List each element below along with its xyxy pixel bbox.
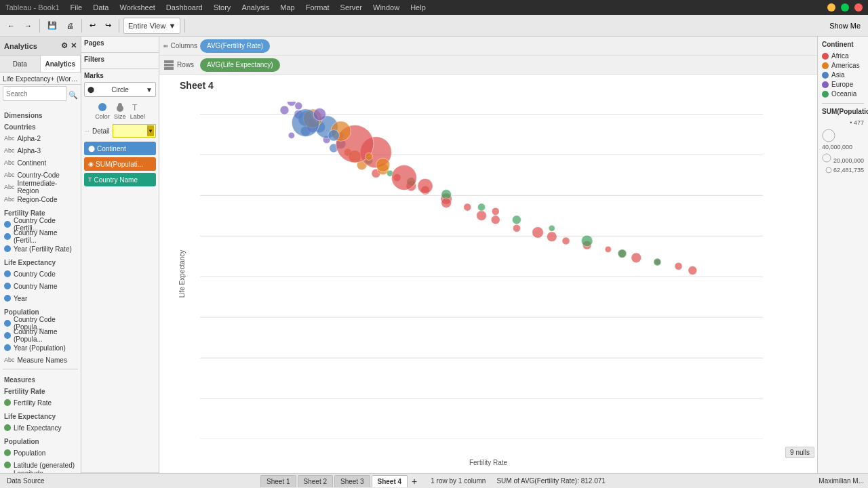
menu-dashboard[interactable]: Dashboard [166, 3, 203, 12]
save-button[interactable]: 💾 [44, 18, 60, 34]
menu-data[interactable]: Data [93, 3, 108, 12]
sheet1-tab[interactable]: Sheet 1 [260, 475, 296, 487]
add-sheet-btn[interactable]: + [409, 475, 420, 487]
svg-point-93 [391, 165, 416, 190]
back-button[interactable]: ← [4, 18, 18, 34]
marks-section: Marks ⬤ Circle ▼ Color Size T [81, 69, 159, 473]
menu-server[interactable]: Server [340, 3, 362, 12]
measure-life-expectancy[interactable]: Life Expectancy [3, 422, 78, 434]
menu-analysis[interactable]: Analysis [241, 3, 269, 12]
continent-pill-icon: ⬤ [88, 145, 95, 152]
menu-help[interactable]: Help [410, 3, 426, 12]
marks-size-btn[interactable]: Size [114, 101, 126, 120]
panel-content: Dimensions Countries AbcAlpha-2 AbcAlpha… [0, 105, 81, 473]
legend-americas: Americas [822, 62, 864, 69]
data-source-label: Life Expectancy+ (World ... [0, 73, 81, 85]
measure-fertility-rate[interactable]: Fertility Rate [3, 396, 78, 409]
dimensions-header: Dimensions [3, 112, 78, 119]
svg-point-58 [280, 106, 289, 115]
field-measure-names[interactable]: AbcMeasure Names [3, 354, 78, 366]
print-button[interactable]: 🖨 [63, 18, 77, 34]
svg-point-103 [287, 102, 296, 106]
marks-icons-row: Color Size T Label [84, 101, 156, 120]
field-intermediate-region[interactable]: AbcIntermediate-Region [3, 181, 78, 193]
data-source-tab[interactable]: Data Source [4, 477, 47, 485]
svg-rect-4 [163, 45, 165, 47]
menu-file[interactable]: File [71, 3, 83, 12]
rows-shelf: Rows AVG(Life Expectancy) [159, 56, 817, 75]
field-region-code[interactable]: AbcRegion-Code [3, 193, 78, 205]
field-country-name-fert[interactable]: Country Name (Fertil... [3, 230, 78, 243]
columns-icon: Columns [163, 41, 197, 52]
marks-pill-continent[interactable]: ⬤ Continent [84, 142, 156, 155]
menu-worksheet[interactable]: Worksheet [119, 3, 155, 12]
svg-point-67 [464, 203, 471, 211]
panel-settings-icon[interactable]: ⚙ [61, 41, 68, 50]
svg-point-2 [118, 103, 122, 107]
maximize-button[interactable] [841, 3, 849, 12]
africa-dot [822, 53, 829, 60]
field-year-pop[interactable]: Year (Population) [3, 342, 78, 354]
measures-header: Measures [3, 376, 78, 384]
legend-oceania: Oceania [822, 90, 864, 98]
search-input[interactable] [3, 86, 67, 101]
panel-tabs: Data Analytics [0, 56, 81, 73]
rows-icon: Rows [163, 60, 197, 70]
svg-point-86 [512, 216, 521, 224]
close-button[interactable] [854, 3, 863, 12]
field-alpha2[interactable]: AbcAlpha-2 [3, 132, 78, 144]
redo-button[interactable]: ↪ [102, 18, 115, 34]
menu-format[interactable]: Format [306, 3, 330, 12]
menu-story[interactable]: Story [214, 3, 231, 12]
marks-type-dropdown[interactable]: ⬤ Circle ▼ [84, 82, 156, 97]
field-alpha3[interactable]: AbcAlpha-3 [3, 144, 78, 157]
toolbar: ← → 💾 🖨 ↩ ↪ Entire View ▼ Show Me [0, 15, 868, 37]
sheet4-tab[interactable]: Sheet 4 [372, 475, 408, 487]
svg-point-108 [826, 167, 831, 173]
show-me-button[interactable]: Show Me [826, 18, 864, 34]
sheet2-tab[interactable]: Sheet 2 [298, 475, 333, 487]
workspace: Columns AVG(Fertility Rate) Rows AVG(Lif… [159, 37, 817, 473]
legend-pop-title: SUM(Population) [822, 108, 864, 115]
measure-population[interactable]: Population [3, 447, 78, 459]
marks-pill-country[interactable]: T Country Name [84, 173, 156, 186]
detail-field-box[interactable]: ▼ [113, 124, 156, 138]
field-country-name-life[interactable]: Country Name [3, 280, 78, 292]
view-dropdown[interactable]: Entire View ▼ [123, 18, 180, 34]
svg-rect-9 [164, 67, 174, 70]
panel-close-icon[interactable]: ✕ [71, 41, 77, 50]
undo-button[interactable]: ↩ [86, 18, 99, 34]
field-continent[interactable]: AbcContinent [3, 157, 78, 169]
columns-pill[interactable]: AVG(Fertility Rate) [200, 39, 270, 53]
field-country-name-pop[interactable]: Country Name (Popula... [3, 329, 78, 342]
svg-point-71 [532, 227, 544, 239]
field-year-life[interactable]: Year [3, 292, 78, 304]
minimize-button[interactable] [827, 3, 835, 12]
svg-point-90 [654, 258, 661, 266]
field-year-fert[interactable]: Year (Fertility Rate) [3, 243, 78, 255]
search-row: 🔍 [0, 85, 81, 105]
marks-color-btn[interactable]: Color [95, 101, 110, 120]
field-country-code-life[interactable]: Country Code [3, 268, 78, 280]
forward-button[interactable]: → [21, 18, 35, 34]
rows-pill[interactable]: AVG(Life Expectancy) [200, 58, 280, 72]
search-icon[interactable]: 🔍 [68, 91, 78, 100]
measure-longitude[interactable]: Longitude (generated) [3, 471, 78, 473]
measures-pop-header: Population [3, 438, 78, 445]
legend-africa: Africa [822, 52, 864, 60]
menu-window[interactable]: Window [373, 3, 399, 12]
menu-map[interactable]: Map [280, 3, 294, 12]
tab-data[interactable]: Data [0, 56, 41, 72]
sheet3-tab[interactable]: Sheet 3 [334, 475, 370, 487]
null-badge[interactable]: 9 nulls [785, 447, 814, 458]
measures-life-header: Life Expectancy [3, 413, 78, 420]
marks-label-btn[interactable]: T Label [130, 101, 145, 120]
svg-point-97 [418, 178, 433, 193]
measures-fertility-header: Fertility Rate [3, 388, 78, 395]
tab-analytics[interactable]: Analytics [41, 56, 81, 72]
y-axis-label: Life Expectancy [178, 250, 186, 298]
chart-container: Sheet 4 Life Expectancy 0 [159, 75, 817, 473]
size-pill-icon: ◉ [88, 161, 94, 167]
marks-pill-population[interactable]: ◉ SUM(Populati... [84, 157, 156, 171]
legend-asia: Asia [822, 71, 864, 79]
